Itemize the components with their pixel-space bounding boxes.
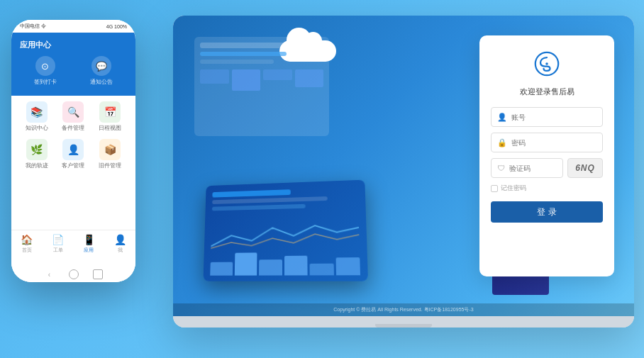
me-nav-label: 我 [118, 247, 123, 254]
schedule-label: 日程视图 [99, 125, 121, 132]
logo-svg [534, 51, 560, 77]
captcha-row: 🛡 6NQ [491, 158, 603, 178]
username-field[interactable]: 👤 [491, 107, 603, 127]
copyright-text: Copyright © 费拉易 All Rights Reserved. 粤IC… [333, 306, 473, 313]
grid-item-oldparts[interactable]: 📦 旧件管理 [94, 139, 126, 169]
workorder-nav-icon: 📄 [52, 234, 64, 245]
nav-app[interactable]: 📱 应用 [74, 234, 105, 254]
copyright-bar: Copyright © 费拉易 All Rights Reserved. 粤IC… [173, 303, 634, 316]
phone-header-buttons: ⊙ 签到打卡 💬 通知公告 [20, 56, 127, 86]
recent-btn[interactable] [93, 269, 103, 279]
user-icon: 👤 [497, 113, 507, 122]
laptop-screen: 👷 Copyright © 费拉易 All Rights Reserved. 粤… [173, 16, 634, 316]
login-button[interactable]: 登 录 [491, 201, 603, 223]
mini-bar-2 [232, 69, 261, 91]
brand-logo [533, 50, 561, 78]
home-nav-label: 首页 [22, 247, 32, 254]
app-grid: 📚 知识中心 🔍 备件管理 📅 日程视图 🌿 我的轨迹 👤 [11, 96, 135, 230]
oldparts-label: 旧件管理 [99, 162, 121, 169]
grid-row-2: 🌿 我的轨迹 👤 客户管理 📦 旧件管理 [18, 139, 128, 169]
laptop-base [173, 316, 634, 328]
captcha-image[interactable]: 6NQ [567, 158, 603, 178]
bar-5 [310, 264, 334, 276]
laptop-mockup: 👷 Copyright © 费拉易 All Rights Reserved. 粤… [173, 16, 634, 328]
track-icon: 🌿 [26, 139, 48, 160]
phone-mockup: 中国电信 令 4G 100% 应用中心 ⊙ 签到打卡 💬 通知公告 📚 [11, 20, 135, 282]
screen-bar-1 [200, 43, 323, 48]
svg-point-3 [545, 62, 548, 65]
oldparts-icon: 📦 [99, 139, 121, 160]
shield-icon: 🛡 [497, 164, 505, 172]
nav-me[interactable]: 👤 我 [104, 234, 135, 254]
phone-battery: 4G 100% [106, 24, 127, 29]
captcha-field[interactable]: 🛡 [491, 158, 563, 178]
bar-6 [335, 257, 360, 275]
workorder-nav-label: 工单 [53, 247, 63, 254]
parts-label: 备件管理 [62, 125, 84, 132]
notice-label: 通知公告 [90, 78, 113, 86]
nav-home[interactable]: 🏠 首页 [11, 234, 43, 254]
mini-bar-4 [295, 69, 324, 87]
customer-icon: 👤 [62, 139, 84, 160]
knowledge-icon: 📚 [26, 101, 48, 123]
wave-chart [211, 219, 360, 250]
captcha-input[interactable] [509, 164, 557, 172]
knowledge-label: 知识中心 [26, 125, 48, 132]
grid-item-knowledge[interactable]: 📚 知识中心 [21, 101, 52, 132]
grid-item-parts[interactable]: 🔍 备件管理 [57, 101, 89, 132]
screen-card [194, 37, 329, 136]
tablet-bar-chart [210, 252, 360, 276]
nav-workorder[interactable]: 📄 工单 [43, 234, 74, 254]
app-nav-label: 应用 [84, 247, 94, 254]
home-nav-icon: 🏠 [21, 234, 33, 245]
phone-header: 应用中心 ⊙ 签到打卡 💬 通知公告 [11, 33, 135, 96]
grid-row-1: 📚 知识中心 🔍 备件管理 📅 日程视图 [18, 101, 128, 132]
remember-checkbox[interactable] [491, 185, 498, 192]
tablet-row-3 [212, 204, 305, 211]
checkin-label: 签到打卡 [34, 78, 57, 86]
checkin-icon: ⊙ [35, 56, 55, 76]
phone-bottom-nav: 🏠 首页 📄 工单 📱 应用 👤 我 [11, 230, 135, 267]
remember-label: 记住密码 [501, 184, 526, 193]
home-btn[interactable] [69, 269, 79, 279]
password-input[interactable] [511, 139, 596, 147]
screen-bar-3 [200, 60, 274, 64]
cloud-shape [279, 40, 336, 62]
grid-item-schedule[interactable]: 📅 日程视图 [94, 101, 126, 132]
notice-btn[interactable]: 💬 通知公告 [77, 56, 128, 86]
parts-icon: 🔍 [62, 101, 84, 123]
phone-signal: 中国电信 令 [20, 23, 46, 30]
phone-notch [52, 20, 95, 30]
mini-bar-1 [200, 69, 229, 84]
grid-item-track[interactable]: 🌿 我的轨迹 [21, 139, 52, 169]
tablet-graphic [203, 180, 368, 281]
login-title: 欢迎登录售后易 [520, 86, 574, 97]
remember-row: 记住密码 [491, 184, 603, 193]
password-field[interactable]: 🔒 [491, 133, 603, 152]
app-nav-icon: 📱 [83, 234, 95, 245]
grid-item-customer[interactable]: 👤 客户管理 [57, 139, 89, 169]
screen-mini-bars [200, 69, 323, 91]
cloud-graphic [279, 30, 336, 62]
bar-4 [284, 255, 308, 275]
login-panel: 欢迎登录售后易 👤 🔒 🛡 6NQ [479, 35, 614, 276]
mini-bar-3 [263, 69, 292, 80]
track-label: 我的轨迹 [26, 162, 48, 169]
me-nav-icon: 👤 [114, 234, 126, 245]
phone-screen: 中国电信 令 4G 100% 应用中心 ⊙ 签到打卡 💬 通知公告 📚 [11, 20, 135, 282]
phone-sys-bar: ‹ [11, 267, 135, 282]
notice-icon: 💬 [91, 56, 111, 76]
checkin-btn[interactable]: ⊙ 签到打卡 [20, 56, 71, 86]
customer-label: 客户管理 [62, 162, 84, 169]
bar-1 [210, 262, 233, 275]
tablet-row-2 [212, 196, 328, 204]
app-center-title: 应用中心 [20, 40, 127, 50]
bar-3 [259, 259, 282, 276]
username-input[interactable] [511, 113, 596, 121]
lock-icon: 🔒 [497, 138, 507, 147]
bar-2 [234, 252, 257, 275]
back-btn[interactable]: ‹ [45, 269, 55, 279]
tablet-row-1 [212, 189, 290, 197]
schedule-icon: 📅 [99, 101, 121, 123]
screen-bar-2 [200, 52, 287, 56]
